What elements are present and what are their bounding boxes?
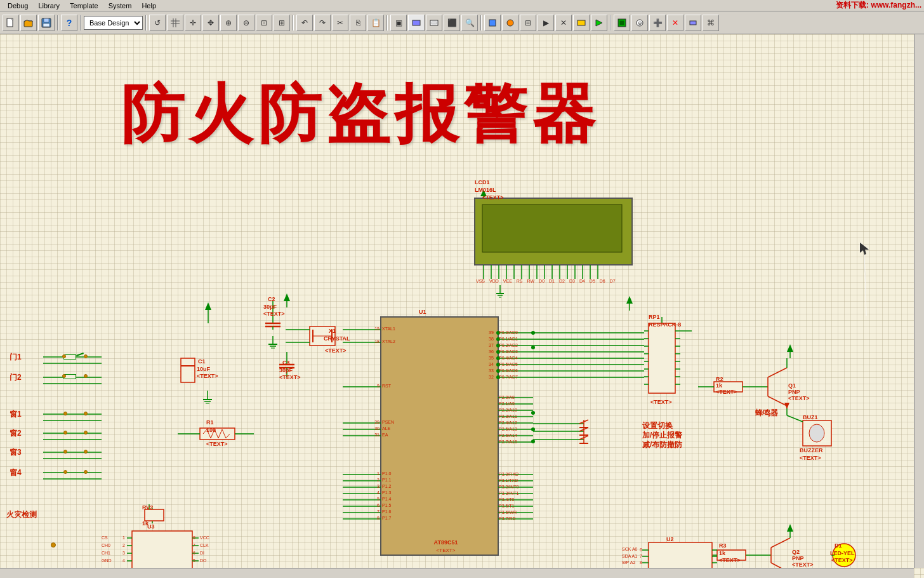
- vertical-scrollbar[interactable]: [914, 34, 924, 568]
- p01-label: P0.1/AD1: [499, 337, 518, 341]
- design-dropdown[interactable]: Base Design: [84, 16, 143, 30]
- u3-pin5: 5: [193, 558, 195, 563]
- p14-label: P1.4: [382, 497, 391, 501]
- sep6: [480, 15, 482, 30]
- p02-label: P0.2/AD2: [499, 343, 518, 347]
- menu-library[interactable]: Library: [33, 2, 65, 10]
- u3-pin7: 7: [193, 543, 195, 548]
- u2-pin7: 7: [640, 554, 642, 558]
- zoom-fit-button[interactable]: ⊡: [256, 15, 272, 31]
- sep2: [80, 15, 81, 30]
- rp1-ref: RP1: [649, 314, 660, 320]
- p05-label: P0.5/AD5: [499, 362, 518, 366]
- vsm-button[interactable]: ▶: [538, 15, 554, 31]
- c2-text: <TEXT>: [263, 311, 285, 317]
- p00-num: 39: [489, 330, 494, 335]
- mcu-text-tag: <TEXT>: [393, 548, 498, 553]
- p11-label: P1.1: [382, 478, 391, 482]
- cut-button[interactable]: ✂: [332, 15, 348, 31]
- copy-button[interactable]: ⎘: [350, 15, 366, 31]
- p13-label: P1.3: [382, 490, 391, 495]
- svg-rect-158: [803, 420, 831, 446]
- svg-line-161: [787, 415, 803, 422]
- svg-point-213: [531, 427, 535, 431]
- move-button[interactable]: ✥: [202, 15, 219, 31]
- canvas-area[interactable]: 防火防盗报警器: [0, 34, 924, 578]
- bus-button[interactable]: [426, 15, 442, 31]
- sim-button[interactable]: [591, 15, 607, 31]
- refresh-button[interactable]: ↺: [149, 15, 166, 31]
- annotate-button[interactable]: ✕: [555, 15, 572, 31]
- p22-label: P2.2/A10: [499, 408, 517, 412]
- svg-marker-231: [860, 243, 869, 255]
- c3-ref: C3: [282, 360, 290, 366]
- p13-num: 4: [359, 490, 380, 495]
- help-button[interactable]: ?: [61, 15, 77, 31]
- fire-dot: [51, 542, 56, 548]
- open-button[interactable]: [20, 15, 37, 31]
- svg-line-220: [579, 420, 588, 424]
- p16-label: P1.6: [382, 509, 391, 514]
- u3-pin2: 2: [122, 543, 125, 548]
- label-button[interactable]: 🔍: [461, 15, 478, 31]
- grid-button[interactable]: [167, 15, 183, 31]
- rst-num: 9: [363, 384, 380, 388]
- r1-val: 100: [206, 427, 216, 433]
- menu-system[interactable]: System: [103, 2, 137, 10]
- new-button[interactable]: [3, 15, 19, 31]
- u3-pin6: 6: [193, 551, 195, 555]
- r1-text: <TEXT>: [206, 441, 228, 447]
- u3-gnd: GND: [102, 558, 112, 563]
- q1-model: PNP: [788, 389, 800, 395]
- p30-label: P3.0/RXD: [499, 472, 518, 476]
- zoom-in-button[interactable]: ⊕: [220, 15, 237, 31]
- horizontal-scrollbar[interactable]: [0, 568, 914, 578]
- netlist-button[interactable]: [502, 15, 518, 31]
- pcb-button[interactable]: [614, 15, 630, 31]
- win3-dotb: [84, 450, 88, 454]
- watermark: 资料下载: www.fangzh...: [836, 0, 921, 11]
- redo-button[interactable]: ↷: [314, 15, 331, 31]
- r3-val: 1k: [719, 550, 725, 556]
- p07-num: 32: [489, 375, 494, 379]
- crosshair-button[interactable]: ✛: [185, 15, 201, 31]
- assign-button[interactable]: ⊕: [631, 15, 648, 31]
- window3-label: 窗3: [10, 447, 22, 458]
- junction-button[interactable]: ⬛: [444, 15, 460, 31]
- door1-switch-arm: [76, 353, 84, 356]
- select-all-button[interactable]: ▣: [390, 15, 407, 31]
- svg-marker-228: [787, 344, 793, 352]
- c2-ref: C2: [268, 296, 275, 302]
- r2-text: <TEXT>: [716, 389, 737, 395]
- p17-label: P1.7: [382, 516, 391, 520]
- p14-num: 5: [359, 497, 380, 501]
- svg-rect-13: [489, 20, 496, 26]
- svg-point-210: [531, 331, 535, 335]
- bom-button[interactable]: ⊟: [520, 15, 536, 31]
- buz1-text: <TEXT>: [800, 455, 821, 461]
- remove-button[interactable]: ✕: [667, 15, 683, 31]
- p36-label: P3.6/WR: [499, 510, 517, 514]
- check-button[interactable]: [573, 15, 590, 31]
- save-button[interactable]: [38, 15, 55, 31]
- undo-button[interactable]: ↶: [296, 15, 313, 31]
- menu-help[interactable]: Help: [136, 2, 161, 10]
- wire-button[interactable]: [408, 15, 425, 31]
- menu-template[interactable]: Template: [65, 2, 103, 10]
- zoom-area-button[interactable]: ⊞: [274, 15, 290, 31]
- win2-dota: [63, 431, 67, 434]
- psen-num: 29: [363, 420, 380, 424]
- script-button[interactable]: ⌘: [703, 15, 719, 31]
- u3-pin8: 8: [193, 535, 195, 540]
- x1-ref: X1: [329, 328, 336, 334]
- p06-num: 33: [489, 368, 494, 373]
- back-annotate-button[interactable]: [685, 15, 701, 31]
- svg-point-211: [531, 346, 535, 349]
- prop-button[interactable]: [484, 15, 501, 31]
- add-button[interactable]: ➕: [649, 15, 666, 31]
- zoom-out-button[interactable]: ⊖: [238, 15, 254, 31]
- menu-debug[interactable]: Debug: [3, 2, 33, 10]
- paste-button[interactable]: 📋: [367, 15, 384, 31]
- u3-pin4: 4: [122, 558, 125, 563]
- x1-text: <TEXT>: [325, 347, 346, 354]
